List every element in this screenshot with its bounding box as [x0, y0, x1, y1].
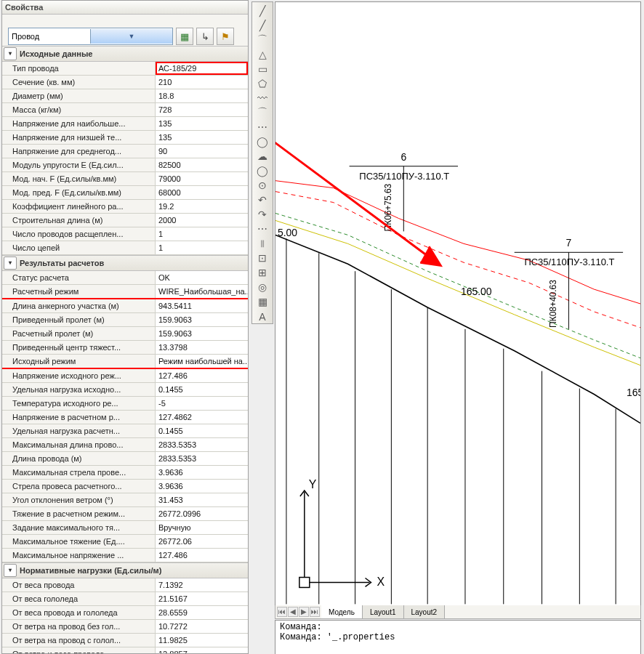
- property-value[interactable]: 19.2: [156, 200, 248, 213]
- property-row[interactable]: Приведенный пролет (м)159.9063: [2, 313, 248, 327]
- property-row[interactable]: Число цепей1: [2, 241, 248, 255]
- property-row[interactable]: Число проводов расщеплен...1: [2, 227, 248, 241]
- property-value[interactable]: 10.7272: [156, 620, 248, 633]
- section-header[interactable]: ▾Исходные данные: [2, 46, 248, 62]
- property-row[interactable]: От ветра на провод с голол...11.9825: [2, 634, 248, 647]
- property-value[interactable]: 28.6559: [156, 606, 248, 619]
- property-value[interactable]: 127.486: [156, 369, 248, 382]
- draw-tool-10[interactable]: ☁: [254, 149, 270, 163]
- property-row[interactable]: Температура исходного ре...-5: [2, 397, 248, 411]
- property-row[interactable]: Стрела провеса расчетного...3.9636: [2, 480, 248, 493]
- property-row[interactable]: Статус расчетаOK: [2, 271, 248, 285]
- property-value[interactable]: 90: [156, 145, 248, 158]
- command-line[interactable]: Команда: Команда: '_.properties: [275, 620, 641, 654]
- draw-tool-14[interactable]: ↷: [254, 208, 270, 222]
- property-row[interactable]: Расчетный пролет (м)159.9063: [2, 327, 248, 341]
- property-row[interactable]: Максимальное напряжение ...127.486: [2, 549, 248, 562]
- property-row[interactable]: От ветра на провод без гол...10.7272: [2, 620, 248, 634]
- property-row[interactable]: Удельная нагрузка расчетн...0.1455: [2, 424, 248, 438]
- property-row[interactable]: Тип проводаАС-185/29: [2, 62, 248, 76]
- property-row[interactable]: Напряжение для среднегод...90: [2, 145, 248, 158]
- property-row[interactable]: Напряжение в расчетном р...127.4862: [2, 411, 248, 424]
- draw-tool-3[interactable]: △: [254, 47, 270, 61]
- property-value[interactable]: 79000: [156, 172, 248, 185]
- section-header[interactable]: ▾Результаты расчетов: [2, 255, 248, 271]
- draw-tool-8[interactable]: ⋯: [254, 120, 270, 134]
- property-value[interactable]: 1: [156, 227, 248, 241]
- property-value[interactable]: 31.453: [156, 493, 248, 506]
- property-value[interactable]: 127.4862: [156, 411, 248, 424]
- draw-tool-21[interactable]: A: [254, 310, 270, 323]
- chevron-down-icon[interactable]: ▼: [90, 29, 172, 44]
- property-value[interactable]: 0.1455: [156, 424, 248, 437]
- toggle-pim-button[interactable]: ▦: [176, 28, 193, 45]
- section-header[interactable]: ▾Нормативные нагрузки (Ед.силы/м): [2, 562, 248, 578]
- property-value[interactable]: 2833.5353: [156, 452, 248, 465]
- property-row[interactable]: От ветра и веса провода12.8857: [2, 647, 248, 653]
- property-row[interactable]: Напряжение для низшей те...135: [2, 131, 248, 145]
- property-value[interactable]: 1: [156, 241, 248, 254]
- property-row[interactable]: Диаметр (мм)18.8: [2, 89, 248, 103]
- draw-tool-7[interactable]: ⌒: [254, 105, 270, 119]
- property-value[interactable]: 943.5411: [156, 299, 248, 312]
- property-row[interactable]: Приведенный центр тяжест...13.3798: [2, 341, 248, 355]
- property-value[interactable]: 210: [156, 76, 248, 89]
- property-row[interactable]: Напряжение исходного реж...127.486: [2, 369, 248, 383]
- property-row[interactable]: Мод. нач. F (Ед.силы/кв.мм)79000: [2, 172, 248, 186]
- property-row[interactable]: Максимальная длина прово...2833.5353: [2, 438, 248, 452]
- property-value[interactable]: Вручную: [156, 521, 248, 534]
- property-row[interactable]: Масса (кг/км)728: [2, 103, 248, 117]
- object-type-dropdown[interactable]: Провод ▼: [8, 28, 173, 45]
- tab-layout2[interactable]: Layout2: [404, 605, 446, 618]
- property-value[interactable]: 68000: [156, 186, 248, 199]
- toggle-value-button[interactable]: ⚑: [217, 28, 234, 45]
- property-value[interactable]: 2833.5353: [156, 438, 248, 451]
- property-row[interactable]: Тяжение в расчетном режим...26772.0996: [2, 507, 248, 521]
- property-row[interactable]: Сечение (кв. мм)210: [2, 76, 248, 89]
- property-row[interactable]: Задание максимального тя...Вручную: [2, 521, 248, 535]
- property-value[interactable]: 82500: [156, 158, 248, 171]
- property-value[interactable]: OK: [156, 271, 248, 284]
- draw-tool-19[interactable]: ◎: [254, 280, 270, 294]
- property-value[interactable]: АС-185/29: [156, 62, 248, 75]
- tab-model[interactable]: Модель: [321, 605, 363, 618]
- property-row[interactable]: От веса гололеда21.5167: [2, 592, 248, 606]
- draw-tool-4[interactable]: ▭: [254, 62, 270, 76]
- draw-tool-0[interactable]: ╱: [254, 4, 270, 17]
- draw-tool-16[interactable]: ⫴: [254, 237, 270, 251]
- draw-tool-9[interactable]: ◯: [254, 134, 270, 148]
- property-value[interactable]: 7.1392: [156, 578, 248, 592]
- property-row[interactable]: Длина анкерного участка (м)943.5411: [2, 299, 248, 313]
- property-value[interactable]: 2000: [156, 214, 248, 227]
- property-row[interactable]: Расчетный режимWIRE_Наибольшая_на...: [2, 285, 248, 299]
- property-value[interactable]: 18.8: [156, 89, 248, 102]
- draw-tool-2[interactable]: ⌒: [254, 33, 270, 47]
- property-value[interactable]: 21.5167: [156, 592, 248, 605]
- tab-layout1[interactable]: Layout1: [363, 605, 404, 618]
- property-row[interactable]: Напряжение для наибольше...135: [2, 117, 248, 131]
- drawing-canvas[interactable]: 6 ПС35/110ПУ-3.110.Т ПК06+75.63 7 ПС35/1…: [275, 1, 641, 606]
- property-row[interactable]: Максимальное тяжение (Ед....26772.06: [2, 535, 248, 549]
- property-row[interactable]: Исходный режимРежим наибольшей на...: [2, 355, 248, 369]
- property-row[interactable]: Угол отклонения ветром (°)31.453: [2, 493, 248, 507]
- property-value[interactable]: -5: [156, 397, 248, 410]
- draw-tool-5[interactable]: ⬠: [254, 76, 270, 90]
- property-row[interactable]: Удельная нагрузка исходно...0.1455: [2, 383, 248, 397]
- properties-grid[interactable]: ▾Исходные данныеТип проводаАС-185/29Сече…: [2, 46, 248, 653]
- property-row[interactable]: Максимальная стрела прове...3.9636: [2, 466, 248, 480]
- property-row[interactable]: От веса провода7.1392: [2, 578, 248, 592]
- draw-tool-18[interactable]: ⊞: [254, 266, 270, 280]
- property-value[interactable]: 127.486: [156, 549, 248, 562]
- property-value[interactable]: Режим наибольшей на...: [156, 355, 248, 368]
- property-value[interactable]: 135: [156, 117, 248, 130]
- property-value[interactable]: 728: [156, 103, 248, 116]
- property-row[interactable]: Длина провода (м)2833.5353: [2, 452, 248, 466]
- property-row[interactable]: Модуль упругости E (Ед.сил...82500: [2, 158, 248, 172]
- draw-tool-13[interactable]: ↶: [254, 193, 270, 207]
- draw-tool-12[interactable]: ⊙: [254, 179, 270, 193]
- property-value[interactable]: 12.8857: [156, 647, 248, 653]
- property-value[interactable]: 13.3798: [156, 341, 248, 354]
- property-value[interactable]: 159.9063: [156, 313, 248, 326]
- draw-tool-17[interactable]: ⊡: [254, 251, 270, 265]
- tab-nav[interactable]: ⏮◀▶⏭: [275, 605, 321, 618]
